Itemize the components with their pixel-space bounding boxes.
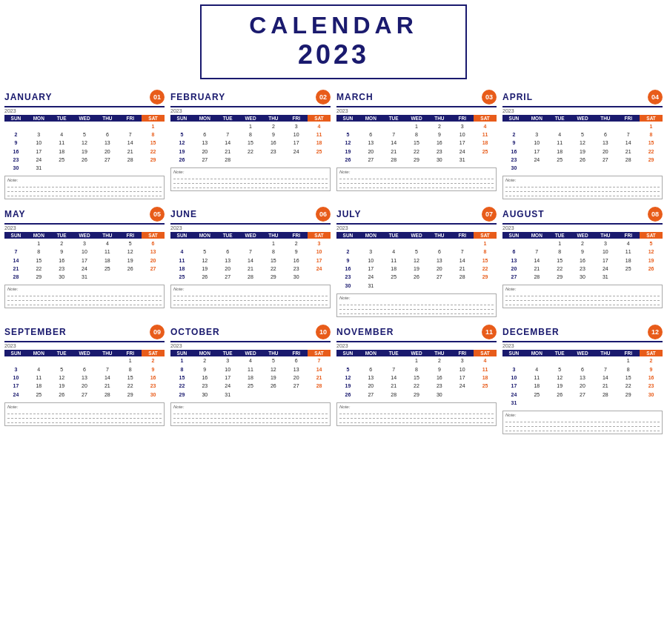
day-cell: 2 (4, 130, 27, 139)
day-cell: 15 (548, 256, 571, 265)
day-cell: 20 (428, 265, 451, 273)
day-cell: 17 (451, 139, 474, 147)
day-header-sat: SAT (474, 232, 497, 239)
day-cell: 28 (119, 156, 142, 165)
day-cell: 14 (308, 365, 331, 374)
notes-section-7: Note: (502, 285, 663, 308)
day-cell (142, 165, 165, 173)
day-header-mon: MON (27, 350, 50, 356)
day-cell: 27 (594, 156, 617, 165)
notes-line (339, 176, 494, 179)
notes-line (505, 423, 660, 427)
day-header-thu: THU (594, 232, 617, 239)
day-header-mon: MON (359, 350, 382, 356)
month-name-9: OCTOBER (170, 327, 220, 337)
day-header-tue: TUE (216, 115, 239, 122)
day-cell: 21 (239, 265, 262, 273)
month-badge-5: 06 (316, 207, 331, 222)
day-cell (405, 239, 428, 248)
day-cell: 5 (170, 130, 193, 139)
day-cell: 9 (262, 130, 285, 139)
day-cell (50, 122, 73, 130)
day-cell: 24 (4, 391, 27, 399)
day-cell: 7 (308, 357, 331, 365)
day-cell: 28 (382, 391, 405, 399)
day-cell: 24 (359, 273, 382, 282)
day-cell: 25 (382, 273, 405, 282)
day-header-sun: SUN (4, 350, 27, 356)
day-cell: 25 (474, 147, 497, 156)
month-block-july: JULY072023SUNMONTUEWEDTHUFRISAT123456789… (336, 207, 497, 316)
day-cell: 24 (216, 382, 239, 391)
day-cell: 29 (119, 391, 142, 399)
day-cell: 20 (359, 147, 382, 156)
day-cell: 12 (119, 248, 142, 256)
day-cell: 4 (382, 248, 405, 256)
day-cell: 17 (451, 374, 474, 382)
day-cell (308, 273, 331, 282)
month-name-2: MARCH (336, 92, 374, 102)
day-cell: 10 (451, 130, 474, 139)
day-cell: 8 (640, 130, 663, 139)
day-cell: 6 (594, 130, 617, 139)
day-header-sat: SAT (474, 115, 497, 122)
day-header-fri: FRI (119, 232, 142, 239)
day-cell (73, 165, 96, 173)
day-cell: 31 (73, 273, 96, 282)
notes-line (339, 411, 494, 414)
notes-line (173, 180, 328, 184)
day-cell: 13 (571, 374, 594, 382)
day-cell: 23 (571, 265, 594, 273)
day-cell: 24 (451, 147, 474, 156)
day-cell: 28 (239, 273, 262, 282)
day-cell: 19 (193, 265, 216, 273)
day-cell (525, 357, 548, 365)
month-year-sub-8: 2023 (4, 343, 165, 348)
day-cell: 11 (27, 374, 50, 382)
day-cell: 2 (262, 122, 285, 130)
day-header-sat: SAT (142, 350, 165, 356)
day-cell: 25 (474, 382, 497, 391)
day-cell: 20 (216, 265, 239, 273)
day-cell: 20 (359, 382, 382, 391)
day-header-fri: FRI (285, 115, 308, 122)
day-cell: 20 (285, 374, 308, 382)
day-cell: 15 (170, 374, 193, 382)
day-cell: 8 (239, 130, 262, 139)
month-header-9: OCTOBER10 (170, 325, 331, 342)
day-cell: 3 (285, 122, 308, 130)
day-cell: 4 (96, 239, 119, 248)
day-cell: 10 (27, 139, 50, 147)
day-header-wed: WED (239, 350, 262, 356)
day-cell: 6 (285, 357, 308, 365)
day-cell: 15 (640, 139, 663, 147)
day-header-tue: TUE (216, 232, 239, 239)
day-cell: 28 (382, 156, 405, 165)
day-cell: 8 (142, 130, 165, 139)
month-year-sub-4: 2023 (4, 225, 165, 230)
day-cell: 19 (73, 147, 96, 156)
day-cell (382, 282, 405, 290)
day-cell: 26 (336, 156, 359, 165)
day-cell: 22 (170, 382, 193, 391)
day-cell: 30 (142, 391, 165, 399)
notes-line (339, 180, 494, 184)
day-cell: 14 (216, 139, 239, 147)
day-cell: 11 (617, 248, 640, 256)
day-cell: 26 (640, 265, 663, 273)
month-name-0: JANUARY (4, 92, 53, 102)
day-header-thu: THU (262, 350, 285, 356)
day-cell: 7 (451, 248, 474, 256)
month-header-5: JUNE06 (170, 207, 331, 225)
day-cell: 7 (525, 248, 548, 256)
month-badge-10: 11 (482, 325, 497, 339)
day-cell: 22 (474, 265, 497, 273)
day-cell: 17 (359, 265, 382, 273)
day-header-sat: SAT (142, 232, 165, 239)
month-year-sub-7: 2023 (502, 225, 663, 230)
day-header-tue: TUE (382, 350, 405, 356)
day-cell: 27 (142, 265, 165, 273)
day-header-mon: MON (27, 232, 50, 239)
day-header-wed: WED (239, 115, 262, 122)
day-cell: 21 (308, 374, 331, 382)
